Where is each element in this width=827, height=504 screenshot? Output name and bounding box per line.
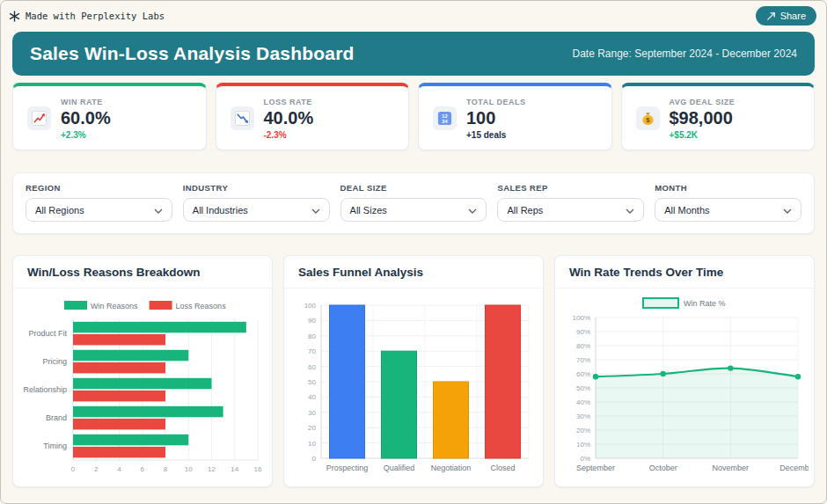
legend-item[interactable]: Loss Reasons <box>150 301 227 310</box>
filter-label: REGION <box>26 183 172 193</box>
kpi-value: 40.0% <box>264 108 314 128</box>
svg-text:Relationship: Relationship <box>23 385 67 394</box>
win-bar <box>73 406 223 418</box>
svg-text:12: 12 <box>442 113 447 119</box>
filter-region: REGION All Regions <box>26 183 172 222</box>
kpi-label: LOSS RATE <box>264 98 314 106</box>
industry-select[interactable]: All Industries <box>183 198 330 222</box>
chevron-down-icon <box>311 205 320 215</box>
loss-bar <box>73 391 165 402</box>
svg-text:40: 40 <box>308 393 316 401</box>
win-rate-trends-card: Win Rate Trends Over Time 0%10%20%30%40%… <box>554 255 815 487</box>
svg-text:November: November <box>713 464 750 472</box>
svg-text:Brand: Brand <box>46 413 67 422</box>
svg-text:12: 12 <box>208 465 216 473</box>
svg-text:70: 70 <box>308 347 316 355</box>
win-rate-trends-chart: 0%10%20%30%40%50%60%70%80%90%100%Septemb… <box>560 295 809 481</box>
svg-text:0: 0 <box>71 465 76 473</box>
svg-text:80: 80 <box>308 332 316 340</box>
select-value: All Industries <box>193 205 248 215</box>
topbar: Made with Perplexity Labs Share <box>0 0 827 32</box>
sales-funnel-card: Sales Funnel Analysis 010203040506070809… <box>283 255 544 487</box>
kpi-delta: +2.3% <box>61 130 111 140</box>
funnel-bar <box>330 305 365 458</box>
svg-text:8: 8 <box>164 465 168 473</box>
svg-text:16: 16 <box>254 465 262 473</box>
select-value: All Regions <box>35 205 84 215</box>
sales-funnel-chart: 0102030405060708090100ProspectingQualifi… <box>289 295 538 481</box>
winloss-reasons-chart: 0246810121416Product FitPricingRelations… <box>18 295 267 481</box>
svg-text:October: October <box>649 464 677 472</box>
kpi-label: TOTAL DEALS <box>466 98 526 106</box>
svg-text:80%: 80% <box>576 342 590 350</box>
svg-text:2: 2 <box>94 465 99 473</box>
brand-text: Made with Perplexity Labs <box>26 11 165 21</box>
svg-text:Prospecting: Prospecting <box>326 464 369 472</box>
svg-text:6: 6 <box>141 465 145 473</box>
win-bar <box>73 378 212 390</box>
svg-text:December: December <box>779 464 809 472</box>
svg-text:Negotiation: Negotiation <box>431 464 472 472</box>
date-range: Date Range: September 2024 - December 20… <box>573 47 798 60</box>
chart-body: 0102030405060708090100ProspectingQualifi… <box>284 289 543 485</box>
data-point <box>660 371 665 376</box>
data-point <box>795 374 801 379</box>
svg-text:70%: 70% <box>576 356 590 364</box>
money-bag-icon: $ <box>636 106 660 130</box>
trend-down-icon <box>231 106 254 130</box>
kpi-delta: +$5.2K <box>670 130 736 140</box>
month-select[interactable]: All Months <box>655 198 801 222</box>
kpi-delta: +15 deals <box>466 130 526 140</box>
kpi-delta: -2.3% <box>264 130 314 140</box>
chart-body: 0%10%20%30%40%50%60%70%80%90%100%Septemb… <box>555 289 814 485</box>
kpi-value: 100 <box>466 108 526 128</box>
kpi-value: 60.0% <box>61 108 111 128</box>
share-label: Share <box>780 11 806 21</box>
chevron-down-icon <box>154 205 163 215</box>
svg-text:30: 30 <box>308 409 316 417</box>
chevron-down-icon <box>783 205 792 215</box>
svg-text:Loss Reasons: Loss Reasons <box>176 302 227 310</box>
chart-header: Win Rate Trends Over Time <box>555 256 814 289</box>
chart-title: Sales Funnel Analysis <box>298 266 529 279</box>
legend-item[interactable]: Win Reasons <box>64 301 138 310</box>
svg-text:10: 10 <box>308 440 316 448</box>
svg-text:Win Reasons: Win Reasons <box>91 302 138 310</box>
deal-size-select[interactable]: All Sizes <box>340 198 487 222</box>
winloss-reasons-card: Win/Loss Reasons Breakdown 0246810121416… <box>12 255 273 487</box>
svg-text:50: 50 <box>308 378 316 386</box>
legend-item[interactable]: Win Rate % <box>643 298 726 308</box>
svg-text:Win Rate %: Win Rate % <box>684 299 726 308</box>
share-button[interactable]: Share <box>756 6 816 26</box>
svg-text:40%: 40% <box>576 398 590 406</box>
sales-rep-select[interactable]: All Reps <box>497 198 644 222</box>
filter-month: MONTH All Months <box>655 183 801 222</box>
kpi-card-total-deals: 1234 TOTAL DEALS 100 +15 deals <box>418 83 612 150</box>
region-select[interactable]: All Regions <box>26 198 172 222</box>
perplexity-logo-icon <box>9 11 20 22</box>
funnel-bar <box>486 305 521 458</box>
trend-up-icon <box>27 106 51 130</box>
svg-text:$: $ <box>646 116 650 124</box>
page-title: Sales Win-Loss Analysis Dashboard <box>30 43 355 64</box>
kpi-label: AVG DEAL SIZE <box>670 98 736 106</box>
chart-header: Win/Loss Reasons Breakdown <box>13 256 272 289</box>
counter-icon: 1234 <box>433 106 457 130</box>
loss-bar <box>73 362 165 374</box>
svg-text:100: 100 <box>304 302 317 310</box>
svg-text:20: 20 <box>308 424 316 432</box>
chart-header: Sales Funnel Analysis <box>284 256 543 289</box>
chevron-down-icon <box>468 205 477 215</box>
win-bar <box>73 435 188 446</box>
filter-industry: INDUSTRY All Industries <box>183 183 330 222</box>
svg-text:4: 4 <box>117 465 121 473</box>
svg-text:14: 14 <box>231 465 238 473</box>
svg-text:60%: 60% <box>576 370 590 378</box>
win-bar <box>73 322 246 333</box>
chart-title: Win Rate Trends Over Time <box>569 266 800 279</box>
svg-text:0%: 0% <box>580 455 590 463</box>
loss-bar <box>73 419 165 430</box>
svg-text:90: 90 <box>308 317 316 325</box>
svg-text:0: 0 <box>312 455 317 463</box>
kpi-value: $98,000 <box>670 108 736 128</box>
